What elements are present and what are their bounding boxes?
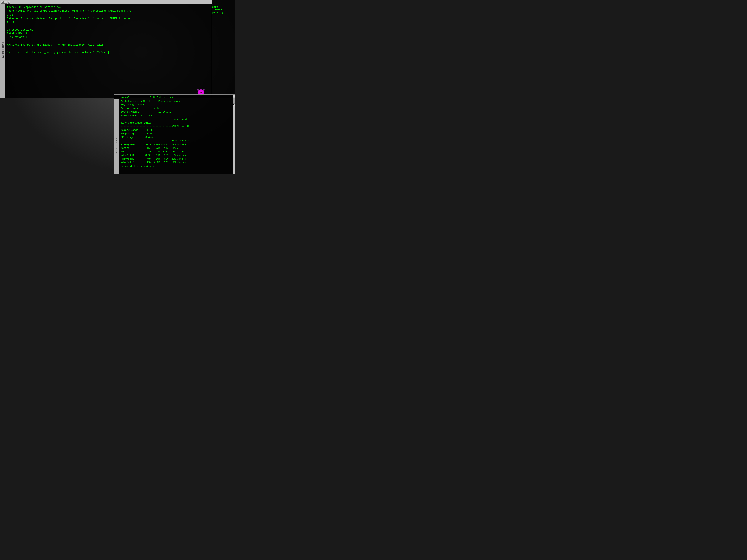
info-divider1: -----------------------------------Loade…: [121, 117, 234, 121]
scroll-down-btn[interactable]: ▼: [233, 104, 235, 106]
term-blank1: [7, 24, 210, 28]
info-arch: Architecture: x86_64 Processor Name:: [121, 100, 234, 103]
term-detected-line: Detected 3 ports/1 drives. Bad ports: 1 …: [7, 17, 210, 24]
info-fs-tmpfs: tmpfs 7.8G 0 7.8G 0% /dev/s: [121, 150, 234, 154]
term-blank3: [7, 47, 210, 50]
scrollbar[interactable]: ▲ ▼: [233, 95, 235, 174]
close-btn[interactable]: x: [1, 1, 3, 3]
info-kernel: Kernel: 5.10.3-tinycore64: [121, 96, 234, 100]
partial-line-3: perating: [212, 11, 235, 14]
info-fs-rootfs: rootfs 15G 67M 14G 1% /: [121, 146, 234, 150]
info-cpu-usage: CPU Usage: 0.47%: [121, 136, 234, 139]
info-content[interactable]: Kernel: 5.10.3-tinycore64 Architecture: …: [119, 95, 235, 174]
info-cpu: 0HQ CPU @ 2.80GHz: [121, 103, 234, 107]
terminal-bottom-window: TinyCore RedPill Kernel: 5.10.3-tinycore…: [114, 95, 235, 174]
term-blank2: [7, 39, 210, 43]
term-sataport-line: SataPortMap=3: [7, 32, 210, 35]
scrollbar-thumb[interactable]: [233, 98, 235, 104]
info-fs-sdb1: /dev/sdb1 48M 14M 35M 29% /mnt/s: [121, 157, 234, 161]
term-warning-line: WARNING: Bad ports are mapped. The DSM i…: [7, 43, 210, 47]
top-terminal-sidebar-label: TinyCore RedPill: [0, 4, 5, 98]
info-image-build: Tiny Core Image Build: [121, 121, 234, 125]
terminal-top-window: x □ □ TinyCore RedPill tc@box:~$ ./rploa…: [0, 0, 212, 98]
info-mem: Memory Usage: 1.25: [121, 128, 234, 132]
info-fs-sdb2: /dev/sdb2 75M 6.0K 75M 1% /mnt/s: [121, 161, 234, 164]
term-diskidx-line: DiskIdxMap=00: [7, 35, 210, 39]
info-divider2: -----------------------------------CPU/M…: [121, 125, 234, 128]
minimize-btn[interactable]: □: [4, 1, 7, 3]
info-fs-sdb3: /dev/sdb3 899M 80M 820M 9% /mnt/s: [121, 154, 234, 157]
top-terminal-content[interactable]: tc@box:~$ ./rploader.sh satamap now Foun…: [5, 4, 212, 98]
partial-line-2: 07I00F82: [212, 8, 235, 11]
info-swap: Swap Usage: 0.00: [121, 132, 234, 136]
info-users: Active Users: tc,tc to: [121, 107, 234, 110]
info-fs-header: Filesystem Size Used Avail Use% Mounte: [121, 143, 234, 146]
term-cmd-line: tc@box:~$ ./rploader.sh satamap now: [7, 5, 210, 9]
term-should-line: Should i update the user_config.json wit…: [7, 51, 210, 54]
right-panel-partial: able 07I00F82 perating: [211, 0, 235, 98]
info-divider3: -----------------------------------Disk …: [121, 139, 234, 143]
info-ip: System Main IP: 127.0.0.1: [121, 110, 234, 114]
term-found-line: Found "00:17.0 Intel Corporation Sunrise…: [7, 9, 210, 17]
bottom-terminal-sidebar-label: TinyCore RedPill: [114, 99, 119, 174]
info-press: Press ctrl-c to exit...: [121, 164, 234, 168]
maximize-btn[interactable]: □: [7, 1, 10, 3]
partial-line-1: able: [212, 5, 235, 8]
term-computed-line: Computed settings:: [7, 28, 210, 32]
scroll-up-btn[interactable]: ▲: [233, 95, 235, 97]
titlebar-top: x □ □: [0, 0, 212, 4]
info-sshd: SSHD connections ready: [121, 114, 234, 117]
